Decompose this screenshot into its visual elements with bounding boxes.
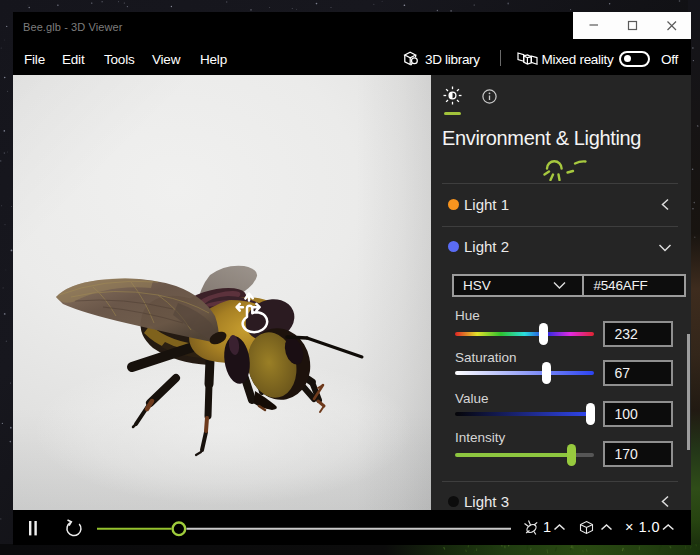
svg-text:× 1.0: × 1.0 — [625, 519, 660, 535]
svg-text:1: 1 — [543, 519, 551, 535]
